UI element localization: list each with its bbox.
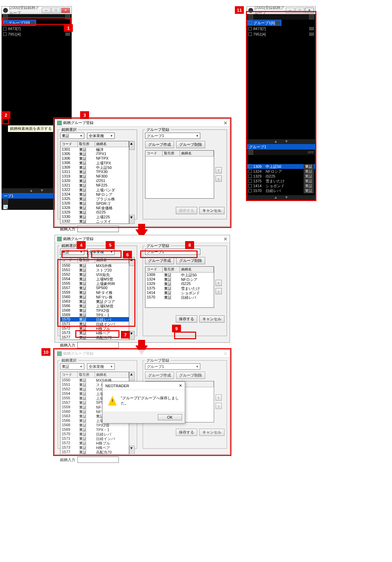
table-row[interactable]: 1414東証ショボンド (145, 290, 214, 295)
table-row[interactable]: 1571東証日経インバ (60, 436, 129, 441)
marker-11: 11 (235, 6, 244, 14)
table-row[interactable]: 1560東証NFマレ株 (60, 295, 129, 299)
industry-select[interactable]: 全体業種▼ (87, 249, 115, 255)
exchange-select[interactable]: 東証▼ (60, 249, 84, 255)
table-row[interactable]: 1306東証NFTPX (60, 156, 129, 161)
group-row[interactable]: 7951[4] (2, 31, 71, 37)
group-row[interactable]: 7951[4] (247, 31, 315, 37)
titlebar[interactable]: [2000]登録銘柄グループ ─ □ ✕ (2, 7, 71, 14)
message-titlebar[interactable]: NEOTRADER✕ (103, 382, 185, 390)
create-group-button[interactable]: グループ作成 (145, 141, 174, 148)
table-row[interactable]: 1572東証H株ブル (60, 326, 129, 331)
table-row[interactable]: 1375東証雪まいたけ (145, 286, 214, 290)
table-row[interactable]: 1569東証TPX－1 (60, 313, 129, 317)
marker-8: 8 (185, 241, 194, 249)
table-row[interactable]: 1324東証NFロシア (145, 277, 214, 282)
result-row[interactable]: 1570日経レバ東証 (247, 188, 315, 193)
result-row[interactable]: 1375雪まいたけ東証 (247, 179, 315, 183)
maximize-button[interactable]: □ (51, 8, 60, 13)
table-row[interactable]: 1326東証SPDRゴ (60, 201, 129, 206)
table-row[interactable]: 1552東証VIX短先 (60, 272, 129, 277)
group-row[interactable]: 8473[7] (2, 26, 71, 31)
table-row[interactable]: 1319東証NF300 (60, 174, 129, 179)
table-row[interactable]: 1305東証iTPX1 (60, 152, 129, 156)
table-row[interactable]: 1555東証上場豪州IR (60, 281, 129, 286)
ok-button[interactable]: OK (158, 414, 182, 420)
table-row[interactable]: 1329東証iS225 (60, 210, 129, 215)
result-row[interactable]: 1329iS225東証 (247, 174, 315, 179)
table-row[interactable]: 1570東証日経レバ (60, 317, 129, 322)
scroll-down[interactable]: ▼ (129, 215, 135, 224)
close-icon[interactable]: ✕ (223, 351, 228, 356)
save-button[interactable]: 保存する (176, 315, 197, 323)
close-icon[interactable]: ✕ (223, 236, 228, 242)
scroll-up[interactable]: ▲ (129, 141, 135, 150)
table-row[interactable]: 1322東証上場パンダ (60, 188, 129, 192)
table-row[interactable]: 1308東証上場TPX (60, 161, 129, 165)
table-row[interactable]: 1557東証SP500 (60, 286, 129, 290)
table-row[interactable]: 1568東証TPX2倍 (60, 308, 129, 313)
table-row[interactable]: 1554東証上場MS世 (60, 277, 129, 281)
table-row[interactable]: 1566東証上場EM債 (60, 304, 129, 308)
create-group-button[interactable]: グループ作成 (145, 257, 174, 264)
table-row[interactable]: 1309東証中上証50 (60, 165, 129, 170)
table-row[interactable]: 1559東証NFタイ株 (60, 290, 129, 295)
group-row[interactable]: 8473[7] (247, 26, 315, 31)
cancel-button[interactable]: キャンセル (199, 315, 224, 323)
table-row[interactable]: 1577東証高配当70 (60, 450, 129, 454)
table-row[interactable]: 1325東証ブラジル株 (60, 197, 129, 201)
row-icon[interactable] (30, 21, 35, 25)
table-row[interactable]: 1321東証NF225 (60, 183, 129, 188)
search-icon[interactable]: 🔍 (3, 204, 8, 209)
table-row[interactable]: 1573東証H株ベア (60, 445, 129, 450)
table-row[interactable]: 1328東証NF金価格 (60, 206, 129, 210)
move-up-button[interactable]: ↑ (216, 280, 222, 286)
move-up-button[interactable]: ↑ (216, 167, 222, 173)
result-row[interactable]: 1324NFロシア東証 (247, 169, 315, 174)
table-row[interactable]: 1551東証ストブ20 (60, 268, 129, 272)
table-row[interactable]: 1577東証高配当70 (60, 335, 129, 340)
table-row[interactable]: 1330東証上場225 (60, 215, 129, 219)
move-down-button[interactable]: ↓ (216, 175, 222, 182)
result-row[interactable]: 1309中上証50東証 (247, 164, 315, 169)
table-row[interactable]: 1332東証ニッスイ (60, 219, 129, 223)
group-select[interactable]: グループ1▼ (145, 249, 200, 255)
industry-select[interactable]: 全体業種▼ (87, 133, 115, 139)
dialog-titlebar[interactable]: 銘柄グループ登録✕ (55, 119, 230, 127)
stock-input[interactable] (77, 342, 119, 348)
close-icon[interactable]: ✕ (223, 120, 228, 126)
table-row[interactable]: 1570東証日経レバ (60, 432, 129, 436)
move-down-button[interactable]: ↓ (216, 288, 222, 294)
delete-group-button[interactable]: グループ削除 (176, 141, 205, 148)
close-icon[interactable]: ✕ (179, 383, 182, 388)
save-button[interactable]: 保存する (176, 207, 197, 214)
table-row[interactable]: 1573東証H株ベア (60, 331, 129, 335)
table-row[interactable]: 1569東証TPX－1 (60, 427, 129, 432)
group-row[interactable]: グループ1[0] (2, 20, 36, 26)
group-row[interactable]: グループ1[6] (247, 20, 281, 26)
menu-icon[interactable] (65, 15, 70, 19)
table-row[interactable]: 1324東証NFロシア (60, 192, 129, 197)
delete-group-button[interactable]: グループ削除 (176, 257, 205, 264)
table-row[interactable]: 1570東証日経レバ (145, 295, 214, 299)
table-row[interactable]: 1563東証東証グコア (60, 299, 129, 304)
table-row[interactable]: 1572東証H株ブル (60, 441, 129, 445)
minimize-button[interactable]: ─ (42, 8, 51, 13)
table-row[interactable]: 1571東証日経インバ (60, 322, 129, 326)
close-button[interactable]: ✕ (61, 8, 70, 13)
delete-icon[interactable] (3, 199, 8, 204)
table-row[interactable]: 1301東証極洋 (60, 147, 129, 152)
tool-icon[interactable] (3, 15, 8, 19)
table-row[interactable]: 1311東証TPX30 (60, 170, 129, 174)
result-row[interactable]: 1414ショボンド東証 (247, 183, 315, 188)
marker-7: 7 (121, 331, 130, 339)
table-row[interactable]: 1320東証i2251 (60, 179, 129, 183)
table-row[interactable]: 1309東証中上証50 (145, 273, 214, 277)
exchange-select[interactable]: 東証▼ (60, 133, 84, 139)
table-row[interactable]: 1550東証MXS外株 (60, 263, 129, 268)
table-row[interactable]: 1329東証iS225 (145, 282, 214, 286)
stock-input[interactable] (77, 226, 119, 232)
cancel-button[interactable]: キャンセル (199, 207, 224, 214)
group-select[interactable]: グループ1▼ (145, 133, 200, 139)
warning-icon: ! (108, 396, 117, 406)
